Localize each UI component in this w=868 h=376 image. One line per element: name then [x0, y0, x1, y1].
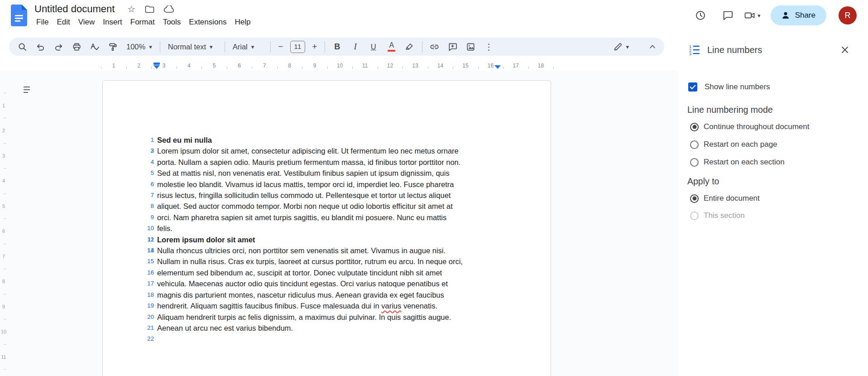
paint-format-button[interactable] [104, 39, 122, 54]
line-number: 20 [103, 312, 154, 323]
print-icon [72, 42, 82, 52]
bold-button[interactable]: B [328, 39, 346, 54]
insert-image-button[interactable] [462, 39, 480, 54]
document-line[interactable]: 8aliquet. Sed auctor commodo tempor. Mor… [103, 201, 551, 212]
print-button[interactable] [67, 39, 86, 54]
chevron-down-icon: ▾ [210, 44, 213, 50]
ruler-number: 12 [387, 63, 393, 69]
toolbar-divider [325, 41, 325, 53]
document-line[interactable]: 19hendrerit. Aliquam sagittis faucibus f… [103, 300, 551, 311]
ruler-tick [528, 67, 529, 69]
menu-tools[interactable]: Tools [159, 16, 185, 28]
document-line[interactable]: 20Aliquam hendrerit turpis ac felis dign… [103, 312, 551, 323]
document-line[interactable]: 1Sed eu mi nulla [103, 135, 551, 145]
decrease-font-size-button[interactable]: − [274, 39, 288, 54]
menu-extensions[interactable]: Extensions [185, 16, 230, 28]
ruler-tick [4, 143, 6, 144]
text-color-button[interactable]: A [383, 39, 401, 54]
undo-button[interactable] [31, 39, 49, 54]
more-options-button[interactable]: ⋮ [480, 39, 498, 54]
document-line[interactable]: 4porta. Nullam a sapien odio. Mauris pre… [103, 157, 551, 168]
share-button[interactable]: Share [771, 5, 826, 25]
numbering-mode-option[interactable]: Restart on each page [690, 136, 777, 153]
show-line-numbers-checkbox[interactable] [688, 82, 697, 92]
ruler-number: 16 [488, 63, 494, 69]
ruler-number: 5 [213, 63, 216, 69]
numbering-mode-option[interactable]: Restart on each section [690, 154, 785, 170]
line-text: hendrerit. Aliquam sagittis faucibus fin… [157, 302, 437, 310]
italic-button[interactable]: I [346, 39, 364, 54]
chevron-up-icon [648, 42, 657, 51]
document-line[interactable]: 14Nulla rhoncus ultricies orci, non port… [103, 245, 551, 256]
line-number: 5 [103, 168, 154, 178]
document-line[interactable]: 3Lorem ipsum dolor sit amet, consectetur… [103, 145, 551, 156]
line-text: risus lectus, fringilla sollicitudin tel… [157, 191, 451, 199]
menu-view[interactable]: View [74, 16, 99, 28]
ruler-number: 2 [1, 128, 6, 133]
close-panel-button[interactable] [839, 44, 851, 56]
document-line[interactable]: 15Nullam in nulla risus. Cras ex turpis,… [103, 256, 551, 267]
menu-help[interactable]: Help [230, 16, 254, 28]
menu-insert[interactable]: Insert [99, 16, 126, 28]
document-line[interactable]: 5Sed at mattis nisl, non venenatis erat.… [103, 168, 551, 178]
account-avatar[interactable]: R [839, 6, 857, 24]
menu-file[interactable]: File [32, 16, 53, 28]
version-history-button[interactable] [691, 5, 710, 25]
left-indent-marker[interactable] [153, 63, 160, 69]
first-line-indent-marker[interactable] [153, 63, 160, 65]
highlight-color-button[interactable] [401, 39, 419, 54]
ruler-tick [553, 67, 554, 69]
ruler-tick [4, 168, 6, 169]
docs-logo-icon[interactable] [11, 5, 27, 26]
apply-to-option[interactable]: Entire document [690, 190, 760, 207]
document-line[interactable]: 7risus lectus, fringilla sollicitudin te… [103, 190, 551, 201]
right-indent-marker[interactable] [494, 65, 501, 69]
hide-menus-button[interactable] [647, 39, 658, 54]
editing-mode-select[interactable]: ▾ [613, 42, 629, 52]
spell-check-button[interactable] [86, 39, 104, 54]
document-line[interactable]: 12Lorem ipsum dolor sit amet [103, 234, 551, 245]
toolbar-divider [270, 41, 271, 53]
ruler-tick [4, 118, 6, 118]
minus-icon: − [278, 42, 283, 52]
meet-button[interactable]: ▾ [744, 10, 761, 21]
menu-format[interactable]: Format [126, 16, 159, 28]
zoom-select[interactable]: 100% ▾ [122, 39, 157, 54]
document-line[interactable]: 21Aenean ut arcu nec est varius bibendum… [103, 323, 551, 333]
apply-to-option: This section [690, 207, 745, 224]
document-line[interactable]: 17vehicula. Maecenas auctor odio quis ti… [103, 278, 551, 289]
font-select[interactable]: Arial ▾ [228, 39, 267, 54]
ruler-tick [4, 294, 6, 294]
document-page[interactable]: 1Sed eu mi nulla23Lorem ipsum dolor sit … [102, 80, 551, 376]
cloud-status-icon[interactable] [164, 5, 174, 13]
document-line[interactable]: 6molestie leo blandit. Vivamus id lacus … [103, 179, 551, 190]
insert-link-button[interactable] [426, 39, 444, 54]
document-line[interactable]: 18magnis dis parturient montes, nascetur… [103, 289, 551, 300]
horizontal-ruler[interactable]: 123456789101112131415161718 [0, 62, 678, 70]
ruler-tick [453, 67, 453, 69]
document-title[interactable]: Untitled document [34, 3, 115, 15]
show-line-numbers-row[interactable]: Show line numbers [688, 78, 770, 96]
ruler-tick [327, 67, 328, 69]
chevron-down-icon: ▾ [758, 13, 761, 19]
increase-font-size-button[interactable]: + [308, 39, 321, 54]
font-size-input[interactable]: 11 [290, 41, 305, 53]
numbering-mode-option[interactable]: Continue throughout document [690, 119, 809, 135]
document-line[interactable]: 10felis. [103, 223, 551, 234]
menu-edit[interactable]: Edit [53, 16, 74, 28]
redo-button[interactable] [49, 39, 67, 54]
star-icon[interactable]: ☆ [127, 5, 135, 14]
search-menus-button[interactable] [13, 39, 31, 54]
document-line[interactable]: 16elementum sed bibendum ac, suscipit at… [103, 267, 551, 278]
ruler-tick [227, 67, 227, 69]
line-number: 3 [103, 145, 154, 156]
add-comment-button[interactable] [444, 39, 462, 54]
underline-button[interactable]: U [364, 39, 383, 54]
toolbar: 100% ▾ Normal text ▾ Arial ▾ − 11 + B I … [9, 38, 664, 56]
show-outline-button[interactable] [21, 84, 34, 96]
move-folder-icon[interactable] [145, 5, 154, 13]
comments-button[interactable] [718, 5, 738, 25]
paragraph-style-select[interactable]: Normal text ▾ [163, 39, 221, 54]
line-number: 6 [103, 179, 154, 190]
document-line[interactable]: 9orci. Nam pharetra sapien sit amet turp… [103, 212, 551, 223]
